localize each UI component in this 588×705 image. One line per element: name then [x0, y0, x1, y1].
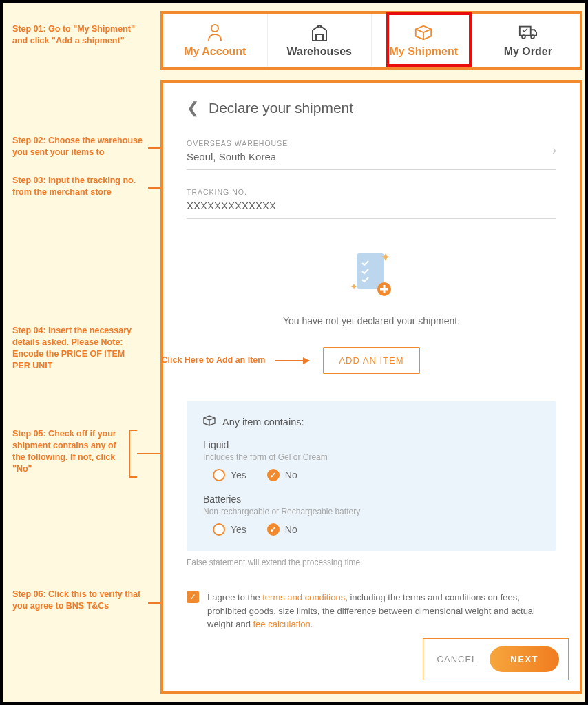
tracking-value: XXXXXXXXXXXXX	[187, 200, 556, 211]
annotation-step02: Step 02: Choose the warehouse you sent y…	[12, 135, 150, 158]
svg-rect-1	[318, 25, 321, 28]
warehouse-label: OVERSEAS WAREHOUSE	[187, 139, 556, 147]
battery-title: Batteries	[203, 494, 540, 505]
battery-sub: Non-rechargeable or Rechargeable battery	[203, 507, 540, 516]
next-button[interactable]: NEXT	[490, 646, 559, 672]
annotation-add-hint: Click Here to Add an Item	[161, 355, 265, 365]
liquid-title: Liquid	[203, 439, 540, 450]
empty-message: You have not yet declared your shipment.	[187, 315, 556, 326]
nav-label: My Order	[504, 45, 552, 58]
red-highlight-my-shipment	[386, 12, 472, 67]
nav-my-account[interactable]: My Account	[163, 14, 268, 67]
svg-point-3	[522, 35, 525, 39]
annotation-step06: Step 06: Click this to verify that you a…	[12, 589, 150, 612]
liquid-sub: Includes the form of Gel or Cream	[203, 452, 540, 462]
terms-link[interactable]: terms and conditions	[262, 592, 345, 602]
back-button[interactable]: ❮	[187, 99, 199, 117]
battery-yes-radio[interactable]: Yes	[213, 523, 246, 536]
add-item-button[interactable]: ADD AN ITEM	[323, 347, 419, 374]
user-icon	[205, 23, 224, 41]
arrow-add-item	[275, 360, 309, 361]
top-nav: My Account Warehouses My Shipment My Ord…	[160, 11, 582, 70]
nav-my-order[interactable]: My Order	[476, 14, 580, 67]
annotation-step01: Step 01: Go to "My Shipment" and click "…	[12, 23, 136, 47]
nav-label: Warehouses	[286, 45, 352, 58]
radio-label: Yes	[231, 470, 246, 481]
annotation-step05: Step 05: Check off if your shipment cont…	[12, 428, 129, 475]
item-contains-box: Any item contains: Liquid Includes the f…	[187, 401, 556, 551]
tracking-label: TRACKING NO.	[187, 188, 556, 196]
warehouse-icon	[310, 23, 329, 41]
radio-label: No	[285, 470, 297, 481]
bracket-step05	[129, 430, 137, 478]
battery-no-radio[interactable]: No	[267, 523, 297, 536]
nav-label: My Account	[184, 45, 246, 58]
cancel-button[interactable]: CANCEL	[437, 654, 478, 664]
annotation-step03: Step 03: Input the tracking no. from the…	[12, 175, 150, 198]
false-statement-note: False statement will extend the processi…	[187, 558, 556, 567]
agree-checkbox[interactable]: ✓	[187, 591, 199, 603]
contains-heading: Any item contains:	[222, 417, 304, 428]
agree-text: I agree to the terms and conditions, inc…	[207, 591, 556, 631]
svg-point-0	[211, 25, 218, 32]
footer-actions: CANCEL NEXT	[423, 638, 569, 680]
annotation-step04: Step 04: Insert the necessary details as…	[12, 325, 143, 372]
liquid-no-radio[interactable]: No	[267, 469, 297, 481]
page-title: Declare your shipment	[209, 100, 353, 116]
cube-icon	[203, 415, 216, 428]
nav-warehouses[interactable]: Warehouses	[268, 14, 372, 67]
page-header: ❮ Declare your shipment	[187, 99, 556, 117]
fee-calc-link[interactable]: fee calculation	[253, 619, 311, 629]
chevron-right-icon: ›	[552, 143, 556, 158]
radio-label: No	[285, 524, 297, 535]
radio-label: Yes	[231, 524, 246, 535]
liquid-yes-radio[interactable]: Yes	[213, 469, 246, 481]
truck-icon	[518, 23, 538, 41]
warehouse-field[interactable]: OVERSEAS WAREHOUSE Seoul, South Korea ›	[187, 136, 556, 170]
checklist-icon	[347, 291, 397, 302]
tracking-field[interactable]: TRACKING NO. XXXXXXXXXXXXX	[187, 185, 556, 219]
declare-form-panel: ❮ Declare your shipment OVERSEAS WAREHOU…	[160, 80, 582, 694]
empty-state: You have not yet declared your shipment.…	[187, 249, 556, 374]
warehouse-value: Seoul, South Korea	[187, 151, 556, 162]
svg-point-4	[531, 35, 534, 39]
